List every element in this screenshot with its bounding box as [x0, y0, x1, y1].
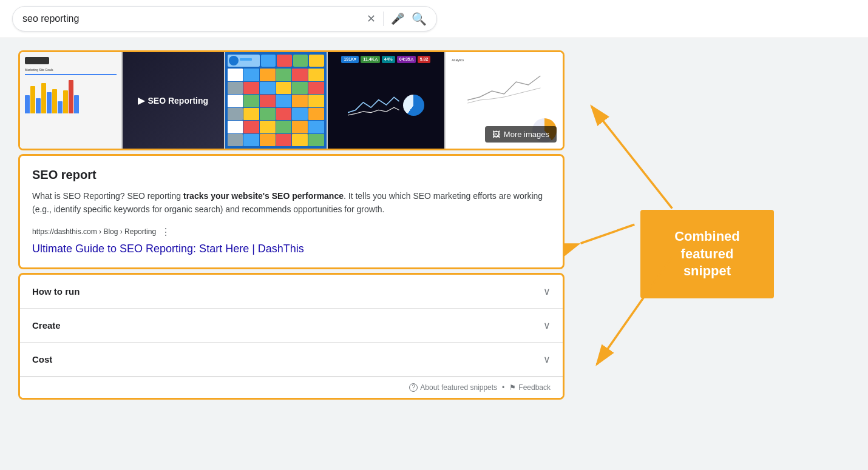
search-box: seo reporting ✕ 🎤 🔍 [12, 6, 437, 32]
faq-label-0: How to run [32, 286, 80, 297]
image-1[interactable]: Marketing Site Goals [20, 52, 123, 149]
seo-reporting-title: SEO Reporting [147, 96, 208, 106]
snippet-text-part1: What is SEO Reporting? SEO reporting [32, 191, 183, 201]
search-bar-area: seo reporting ✕ 🎤 🔍 [0, 0, 868, 38]
svg-line-3 [591, 106, 672, 208]
snippet-url: https://dashthis.com › Blog › Reporting [32, 227, 156, 236]
feedback-label: Feedback [518, 383, 551, 392]
faq-item-2[interactable]: Cost ∨ [20, 343, 563, 377]
chevron-icon-2: ∨ [543, 354, 551, 365]
chevron-icon-1: ∨ [543, 320, 551, 331]
image-strip: Marketing Site Goals [20, 52, 563, 149]
more-images-button[interactable]: 🖼 More images [485, 126, 557, 143]
svg-line-4 [581, 224, 635, 243]
faq-label-2: Cost [32, 354, 52, 364]
images-section: Marketing Site Goals [18, 50, 565, 150]
search-input[interactable]: seo reporting [22, 13, 367, 24]
image-icon: 🖼 [492, 130, 500, 139]
faq-item-0[interactable]: How to run ∨ [20, 275, 563, 309]
left-column: Marketing Site Goals [18, 50, 565, 458]
snippet-url-row: https://dashthis.com › Blog › Reporting … [32, 226, 551, 238]
snippet-text: What is SEO Reporting? SEO reporting tra… [32, 189, 551, 217]
feedback-link[interactable]: ⚑ Feedback [509, 383, 551, 392]
snippet-link[interactable]: Ultimate Guide to SEO Reporting: Start H… [32, 243, 304, 255]
snippet-text-bold: tracks your website's SEO performance [183, 191, 344, 201]
snippet-title: SEO report [32, 168, 551, 182]
faq-footer: ? About featured snippets • ⚑ Feedback [20, 377, 563, 398]
question-icon: ? [409, 383, 418, 392]
mic-icon[interactable]: 🎤 [391, 12, 404, 25]
image-4[interactable]: 191K▾ 11.4K△ 44% 04:35△ 5.82 [328, 52, 446, 149]
pie-chart [403, 95, 424, 116]
search-icons: ✕ 🎤 🔍 [367, 12, 427, 26]
clear-icon[interactable]: ✕ [367, 12, 376, 25]
about-snippets-link[interactable]: ? About featured snippets [409, 383, 497, 392]
about-snippets-label: About featured snippets [420, 383, 497, 392]
image-3[interactable] [225, 52, 328, 149]
right-column: Combinedfeaturedsnippet [565, 50, 850, 458]
faq-section: How to run ∨ Create ∨ Cost ∨ ? About fea… [18, 273, 565, 400]
faq-label-1: Create [32, 320, 61, 331]
more-images-label: More images [504, 130, 549, 139]
search-icon[interactable]: 🔍 [412, 12, 427, 26]
vertical-divider [383, 12, 384, 26]
chevron-icon-0: ∨ [543, 286, 551, 297]
annotation-box: Combinedfeaturedsnippet [640, 210, 774, 298]
snippet-menu-icon[interactable]: ⋮ [161, 226, 171, 238]
main-content: Marketing Site Goals [0, 38, 868, 470]
image-2[interactable]: ▶ SEO Reporting [123, 52, 225, 149]
annotation-label: Combinedfeaturedsnippet [674, 229, 740, 278]
separator: • [502, 383, 504, 392]
snippet-section: SEO report What is SEO Reporting? SEO re… [18, 154, 565, 269]
faq-item-1[interactable]: Create ∨ [20, 309, 563, 343]
feedback-icon: ⚑ [509, 383, 516, 392]
